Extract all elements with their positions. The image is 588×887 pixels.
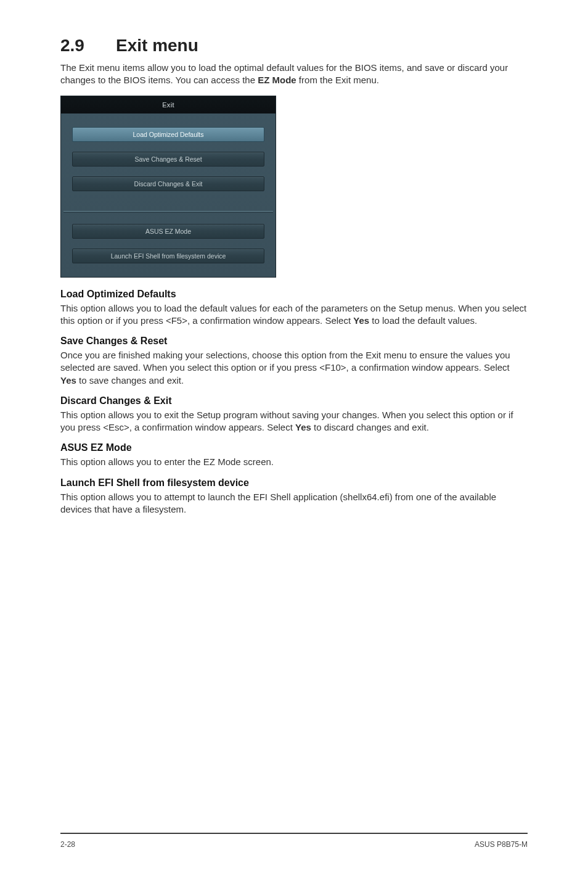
load-defaults-heading: Load Optimized Defaults (60, 289, 528, 300)
save-reset-text-1: Once you are finished making your select… (60, 350, 510, 373)
discard-exit-text-1: This option allows you to exit the Setup… (60, 410, 513, 432)
exit-panel-title: Exit (61, 96, 276, 113)
discard-exit-text-2: to discard changes and exit. (311, 422, 429, 432)
page-heading: 2.9Exit menu (60, 36, 528, 56)
load-defaults-paragraph: This option allows you to load the defau… (60, 302, 528, 328)
section-number: 2.9 (60, 36, 116, 56)
exit-menu-panel: Exit Load Optimized Defaults Save Change… (60, 96, 276, 278)
section-title: Exit menu (116, 36, 198, 55)
load-defaults-text-2: to load the default values. (369, 315, 477, 326)
save-reset-heading: Save Changes & Reset (60, 336, 528, 347)
load-optimized-defaults-item[interactable]: Load Optimized Defaults (72, 127, 264, 142)
launch-efi-shell-item[interactable]: Launch EFI Shell from filesystem device (72, 249, 264, 263)
exit-separator (63, 211, 273, 212)
intro-ezmode-bold: EZ Mode (258, 75, 296, 85)
ez-mode-heading: ASUS EZ Mode (60, 442, 528, 453)
intro-text-2: from the Exit menu. (296, 75, 379, 85)
efi-shell-heading: Launch EFI Shell from filesystem device (60, 477, 528, 489)
ez-mode-paragraph: This option allows you to enter the EZ M… (60, 456, 528, 468)
load-defaults-yes: Yes (353, 315, 369, 326)
footer-product-name: ASUS P8B75-M (475, 840, 528, 849)
save-reset-yes: Yes (60, 375, 76, 386)
save-changes-reset-item[interactable]: Save Changes & Reset (72, 152, 264, 167)
intro-paragraph: The Exit menu items allow you to load th… (60, 62, 528, 87)
page-footer: 2-28 ASUS P8B75-M (60, 833, 528, 849)
asus-ez-mode-item[interactable]: ASUS EZ Mode (72, 224, 264, 239)
discard-exit-yes: Yes (295, 422, 311, 432)
efi-shell-paragraph: This option allows you to attempt to lau… (60, 491, 528, 516)
save-reset-paragraph: Once you are finished making your select… (60, 349, 528, 387)
discard-changes-exit-item[interactable]: Discard Changes & Exit (72, 176, 264, 191)
exit-separator-shadow (63, 212, 273, 213)
discard-exit-heading: Discard Changes & Exit (60, 395, 528, 406)
save-reset-text-2: to save changes and exit. (76, 375, 184, 386)
discard-exit-paragraph: This option allows you to exit the Setup… (60, 409, 528, 434)
footer-page-number: 2-28 (60, 840, 75, 849)
